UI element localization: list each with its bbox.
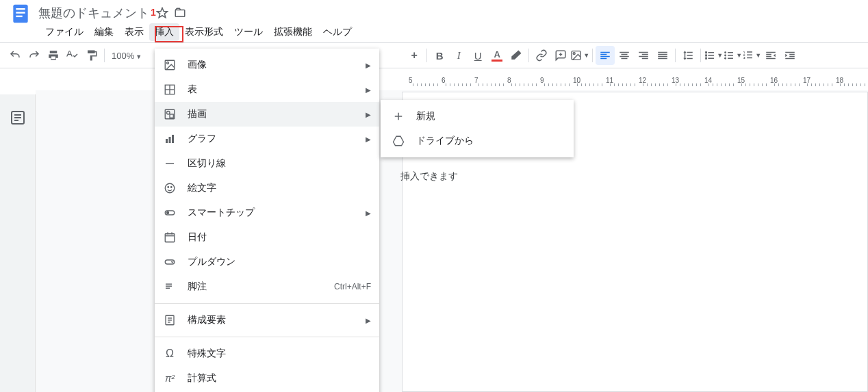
menu-view[interactable]: 表示	[119, 23, 149, 41]
menu-label: 日付	[188, 231, 371, 244]
svg-point-31	[171, 187, 173, 188]
drawing-from-drive[interactable]: ドライブから	[381, 129, 574, 153]
bold-icon[interactable]: B	[430, 46, 449, 65]
svg-rect-25	[166, 139, 168, 143]
menu-help[interactable]: ヘルプ	[318, 23, 357, 41]
insert-special-chars[interactable]: Ω 特殊文字	[155, 341, 379, 366]
align-left-icon[interactable]	[596, 46, 615, 65]
line-spacing-icon[interactable]	[678, 46, 698, 65]
align-justify-icon[interactable]	[653, 46, 672, 65]
decrease-indent-icon[interactable]	[761, 46, 780, 65]
svg-point-30	[168, 187, 169, 188]
document-title[interactable]: 無題のドキュメント	[38, 5, 149, 21]
checklist-icon[interactable]: ▼	[704, 46, 723, 65]
italic-icon[interactable]: I	[449, 46, 468, 65]
table-icon	[163, 83, 177, 96]
insert-equation[interactable]: π² 計算式	[155, 366, 379, 391]
print-icon[interactable]	[44, 46, 63, 65]
svg-point-29	[165, 183, 175, 193]
svg-rect-5	[175, 10, 185, 17]
emoji-icon	[163, 181, 177, 195]
svg-rect-17	[165, 60, 175, 70]
highlight-color-icon[interactable]	[507, 46, 526, 65]
menu-extensions[interactable]: 拡張機能	[268, 23, 318, 41]
menu-label: プルダウン	[188, 256, 371, 268]
increase-indent-icon[interactable]	[780, 46, 800, 65]
numbered-list-icon[interactable]: ▼	[742, 46, 761, 65]
plus-icon	[392, 109, 405, 123]
svg-rect-0	[13, 5, 27, 23]
toolbar-separator	[528, 49, 529, 62]
insert-chart[interactable]: グラフ ▶	[155, 127, 379, 151]
svg-rect-27	[172, 135, 174, 143]
align-center-icon[interactable]	[615, 46, 634, 65]
drawing-new[interactable]: 新規	[381, 104, 574, 129]
insert-emoji[interactable]: 絵文字	[155, 176, 379, 200]
svg-marker-4	[157, 8, 168, 18]
toolbar-separator	[700, 49, 701, 62]
svg-point-18	[167, 62, 169, 64]
insert-footnote[interactable]: 脚注 Ctrl+Alt+F	[155, 274, 379, 299]
menu-label: 計算式	[188, 372, 371, 384]
insert-image-icon[interactable]: ▼	[570, 46, 589, 65]
align-right-icon[interactable]	[634, 46, 653, 65]
menu-tools[interactable]: ツール	[229, 23, 268, 41]
menu-label: 区切り線	[188, 157, 371, 170]
star-icon[interactable]	[156, 7, 168, 19]
outline-icon[interactable]	[10, 109, 26, 126]
chart-icon	[163, 132, 177, 146]
insert-date[interactable]: 日付	[155, 225, 379, 250]
menu-label: 構成要素	[188, 314, 366, 326]
menu-file[interactable]: ファイル	[40, 23, 89, 41]
underline-icon[interactable]: U	[468, 46, 487, 65]
smartchip-icon	[163, 206, 177, 220]
svg-rect-26	[169, 137, 171, 143]
svg-rect-1	[16, 8, 25, 10]
menu-label: 描画	[188, 108, 366, 120]
drawing-icon	[163, 107, 177, 121]
insert-hr[interactable]: 区切り線	[155, 151, 379, 176]
svg-rect-3	[16, 16, 22, 17]
insert-image[interactable]: 画像 ▶	[155, 53, 379, 77]
increase-font-icon[interactable]: +	[405, 46, 424, 65]
insert-link-icon[interactable]	[532, 46, 551, 65]
redo-icon[interactable]	[25, 46, 44, 65]
insert-table[interactable]: 表 ▶	[155, 77, 379, 102]
text-color-icon[interactable]: A	[487, 46, 507, 65]
zoom-dropdown[interactable]: 100%▼	[107, 51, 146, 61]
menu-format[interactable]: 表示形式	[179, 23, 229, 41]
menu-edit[interactable]: 編集	[89, 23, 119, 41]
undo-icon[interactable]	[5, 46, 25, 65]
svg-rect-2	[16, 12, 25, 13]
ruler-number: 8	[507, 77, 511, 84]
svg-rect-34	[165, 234, 175, 242]
svg-rect-24	[170, 114, 173, 118]
dropdown-icon	[163, 255, 177, 269]
bulleted-list-icon[interactable]: ▼	[723, 46, 742, 65]
omega-icon: Ω	[163, 347, 177, 361]
spellcheck-icon[interactable]	[63, 46, 82, 65]
menu-label: 絵文字	[188, 182, 371, 194]
svg-point-9	[573, 53, 575, 55]
docs-logo-icon[interactable]	[10, 3, 31, 25]
ruler-number: 7	[474, 77, 478, 84]
menu-label: グラフ	[188, 133, 366, 145]
move-icon[interactable]	[174, 7, 186, 19]
paint-format-icon[interactable]	[82, 46, 101, 65]
insert-building-blocks[interactable]: 構成要素 ▶	[155, 308, 379, 332]
horizontal-ruler[interactable]: 56789101112131415161718	[402, 75, 868, 89]
ruler-number: 6	[442, 77, 446, 84]
insert-dropdown[interactable]: プルダウン	[155, 250, 379, 274]
menu-label: スマートチップ	[188, 207, 366, 219]
menu-separator	[155, 337, 379, 337]
add-comment-icon[interactable]	[551, 46, 570, 65]
insert-smartchip[interactable]: スマートチップ ▶	[155, 200, 379, 225]
submenu-label: 新規	[416, 110, 435, 122]
menu-label: 特殊文字	[188, 348, 371, 360]
page-hint-text: 挿入できます	[400, 170, 458, 183]
insert-drawing[interactable]: 描画 ▶	[155, 102, 379, 127]
svg-point-12	[724, 57, 726, 60]
toolbar-separator	[675, 49, 676, 62]
image-icon	[163, 58, 177, 72]
submenu-arrow-icon: ▶	[366, 111, 371, 118]
